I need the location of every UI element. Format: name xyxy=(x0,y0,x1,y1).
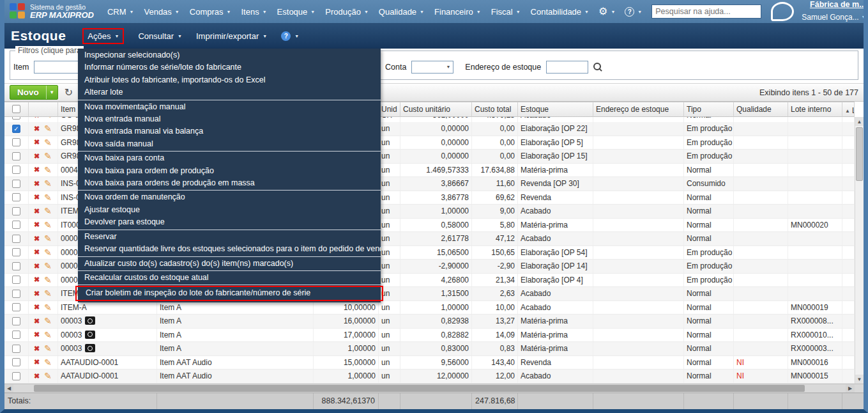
menu-item[interactable]: Ajustar estoque xyxy=(78,204,381,216)
header-custo-total[interactable]: Custo total xyxy=(472,102,518,117)
row-checkbox[interactable] xyxy=(12,138,20,146)
row-checkbox[interactable] xyxy=(12,331,20,339)
topbar-menu-itens[interactable]: Itens▼ xyxy=(241,7,266,17)
select-all-checkbox-cell[interactable] xyxy=(4,102,29,117)
scroll-up-arrow[interactable]: ▲ xyxy=(855,117,864,126)
row-checkbox[interactable] xyxy=(12,166,20,174)
topbar-menu-compras[interactable]: Compras▼ xyxy=(190,7,231,17)
delete-row-icon[interactable]: ✖ xyxy=(34,358,40,366)
delete-row-icon[interactable]: ✖ xyxy=(34,262,40,270)
edit-row-icon[interactable]: ✎ xyxy=(44,247,52,258)
topbar-menu-estoque[interactable]: Estoque▼ xyxy=(277,7,316,17)
refresh-icon[interactable]: ↻ xyxy=(65,86,73,98)
camera-icon[interactable] xyxy=(85,331,95,339)
topbar-menu-crm[interactable]: CRM▼ xyxy=(107,7,134,17)
scroll-right-arrow[interactable]: ▶ xyxy=(846,384,855,393)
row-checkbox[interactable] xyxy=(12,317,20,325)
topbar-menu-produo[interactable]: Produção▼ xyxy=(325,7,369,17)
topbar-menu-vendas[interactable]: Vendas▼ xyxy=(144,7,179,17)
edit-row-icon[interactable]: ✎ xyxy=(44,343,52,354)
menu-item[interactable]: Atualizar custo do(s) cadastro(s) do(s) … xyxy=(78,258,381,270)
row-checkbox[interactable] xyxy=(12,180,20,188)
app-logo[interactable]: Sistema de gestão ERP MAXIPROD xyxy=(10,3,94,20)
header-custo-unitario[interactable]: Custo unitário xyxy=(400,102,472,117)
row-checkbox[interactable] xyxy=(12,358,20,366)
delete-row-icon[interactable]: ✖ xyxy=(34,303,40,311)
edit-row-icon[interactable]: ✎ xyxy=(44,137,52,148)
menu-item[interactable]: Nova ordem de manutenção xyxy=(78,191,381,203)
menu-consultar[interactable]: Consultar ▼ xyxy=(138,31,182,41)
row-checkbox[interactable] xyxy=(12,303,20,311)
delete-row-icon[interactable]: ✖ xyxy=(34,207,40,215)
edit-row-icon[interactable]: ✎ xyxy=(44,261,52,271)
edit-row-icon[interactable]: ✎ xyxy=(44,220,52,230)
scroll-left-arrow[interactable]: ◀ xyxy=(4,384,13,393)
edit-row-icon[interactable]: ✎ xyxy=(44,151,52,161)
delete-row-icon[interactable]: ✖ xyxy=(34,317,40,325)
novo-button[interactable]: Novo ▼ xyxy=(10,85,58,100)
row-checkbox[interactable] xyxy=(12,152,20,160)
header-tipo[interactable]: Tipo xyxy=(684,102,734,117)
delete-row-icon[interactable]: ✖ xyxy=(34,235,40,243)
menu-item[interactable]: Nova movimentação manual xyxy=(78,101,381,113)
edit-row-icon[interactable]: ✎ xyxy=(44,302,52,313)
camera-icon[interactable] xyxy=(85,344,95,352)
table-row[interactable]: ✖✎00003Item A1,00000un0,830000,83Matéria… xyxy=(4,342,855,356)
row-checkbox[interactable] xyxy=(12,207,20,215)
edit-row-icon[interactable]: ✎ xyxy=(44,288,52,299)
menu-item[interactable]: Alterar lote xyxy=(78,86,381,98)
edit-row-icon[interactable]: ✎ xyxy=(44,316,52,326)
edit-row-icon[interactable]: ✎ xyxy=(44,178,52,189)
delete-row-icon[interactable]: ✖ xyxy=(34,331,40,339)
help-menu[interactable]: ? ▼ xyxy=(625,7,642,17)
row-checkbox[interactable] xyxy=(12,372,20,380)
edit-row-icon[interactable]: ✎ xyxy=(44,275,52,285)
endereco-filter-input[interactable] xyxy=(546,61,588,74)
topbar-menu-fiscal[interactable]: Fiscal▼ xyxy=(491,7,521,17)
select-all-checkbox[interactable] xyxy=(12,105,20,113)
delete-row-icon[interactable]: ✖ xyxy=(34,193,40,201)
row-checkbox[interactable] xyxy=(12,248,20,256)
header-unid[interactable]: Unid xyxy=(379,102,400,117)
conta-select[interactable] xyxy=(411,61,453,74)
row-checkbox[interactable] xyxy=(12,235,20,243)
camera-icon[interactable] xyxy=(85,316,95,325)
menu-item[interactable]: Nova entrada manual via balança xyxy=(78,125,381,137)
header-lote-sorted[interactable]: ▲ Lo xyxy=(842,102,855,117)
table-row[interactable]: ✖✎AATAUDIO-0001Item AAT Audio1,00000un12… xyxy=(4,370,855,384)
horizontal-scrollbar[interactable]: ◀ ▶ xyxy=(4,384,864,393)
company-link[interactable]: Fábrica de m... xyxy=(802,0,865,10)
edit-row-icon[interactable]: ✎ xyxy=(44,123,52,134)
menu-item[interactable]: Reservar xyxy=(78,231,381,243)
delete-row-icon[interactable]: ✖ xyxy=(34,125,40,133)
delete-row-icon[interactable]: ✖ xyxy=(34,152,40,160)
edit-row-icon[interactable]: ✎ xyxy=(44,357,52,368)
delete-row-icon[interactable]: ✖ xyxy=(34,276,40,284)
search-icon[interactable] xyxy=(593,63,602,72)
header-lote-interno[interactable]: Lote interno xyxy=(788,102,842,117)
filters-legend[interactable]: Filtros (clique para xyxy=(15,46,84,55)
delete-row-icon[interactable]: ✖ xyxy=(34,372,40,380)
menu-item[interactable]: Inspecionar selecionado(s) xyxy=(78,49,381,61)
menu-item[interactable]: Devolver para estoque xyxy=(78,216,381,228)
menu-item[interactable]: Nova baixa para conta xyxy=(78,152,381,164)
vertical-scrollbar[interactable]: ▲ ▼ xyxy=(855,117,864,384)
menu-item[interactable]: Nova entrada manual xyxy=(78,113,381,125)
topbar-menu-qualidade[interactable]: Qualidade▼ xyxy=(379,7,424,17)
menu-item[interactable]: Nova baixa para ordens de produção em ma… xyxy=(78,177,381,189)
edit-row-icon[interactable]: ✎ xyxy=(44,371,52,381)
menu-item[interactable]: Reservar quantidade livre dos estoques s… xyxy=(78,243,381,255)
row-checkbox[interactable] xyxy=(12,345,20,353)
row-checkbox[interactable] xyxy=(12,221,20,229)
row-checkbox[interactable] xyxy=(12,117,20,120)
menu-acoes[interactable]: Ações ▼ xyxy=(88,31,119,41)
topbar-menu-contabilidade[interactable]: Contabilidade▼ xyxy=(531,7,589,17)
novo-dropdown-arrow[interactable]: ▼ xyxy=(46,86,57,99)
menu-item[interactable]: Nova saída manual xyxy=(78,138,381,150)
delete-row-icon[interactable]: ✖ xyxy=(34,180,40,188)
topbar-menu-financeiro[interactable]: Financeiro▼ xyxy=(434,7,481,17)
table-row[interactable]: ✖✎ITEM-AItem A10,00000un1,0000010,00Acab… xyxy=(4,301,855,315)
menu-item[interactable]: Criar boletim de inspeção do lote do fab… xyxy=(75,286,383,300)
menu-item[interactable]: Informar números de série/lote do fabric… xyxy=(78,61,381,74)
table-row[interactable]: ✖✎00003Item A16,00000un0,8293813,27Matér… xyxy=(4,315,855,329)
